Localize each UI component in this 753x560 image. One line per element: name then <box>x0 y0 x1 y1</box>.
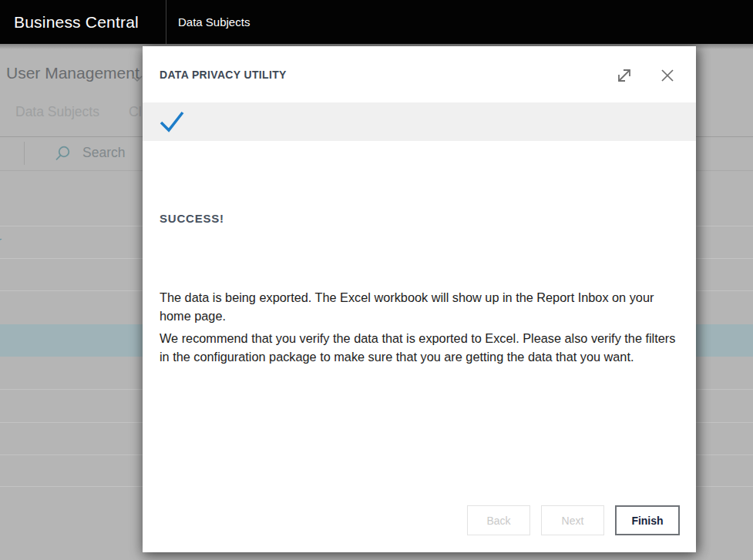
back-button: Back <box>467 505 530 535</box>
search-divider <box>24 142 25 165</box>
page-title: User Management <box>6 64 140 82</box>
topbar-page-context: Data Subjects <box>178 0 250 44</box>
search-icon <box>54 145 72 166</box>
tab-truncated: Cl <box>129 104 142 120</box>
export-message: The data is being exported. The Excel wo… <box>160 288 677 325</box>
finish-button[interactable]: Finish <box>615 505 680 535</box>
close-dialog-button[interactable] <box>656 65 679 88</box>
check-icon <box>159 110 185 137</box>
data-privacy-dialog: DATA PRIVACY UTILITY <box>143 46 696 552</box>
expand-dialog-button[interactable] <box>613 65 636 88</box>
topbar: Business Central Data Subjects <box>0 0 753 44</box>
search-input: Search <box>82 145 125 161</box>
app-title[interactable]: Business Central <box>14 0 139 44</box>
dialog-body: SUCCESS! The data is being exported. The… <box>160 212 677 370</box>
screen: Business Central Data Subjects User Mana… <box>0 0 753 560</box>
chevron-down-icon <box>132 72 143 86</box>
topbar-divider <box>166 0 166 44</box>
dialog-header: DATA PRIVACY UTILITY <box>143 46 696 102</box>
expand-icon <box>613 77 635 89</box>
wizard-progress-band <box>143 102 696 141</box>
dialog-footer: Back Next Finish <box>467 505 680 535</box>
row-text-fragment: r <box>0 234 2 247</box>
dialog-title: DATA PRIVACY UTILITY <box>160 68 287 81</box>
close-icon <box>657 77 678 89</box>
tab-data-subjects: Data Subjects <box>15 104 99 120</box>
next-button: Next <box>541 505 604 535</box>
success-heading: SUCCESS! <box>160 212 677 225</box>
verify-message: We recommend that you verify the data th… <box>160 329 677 366</box>
